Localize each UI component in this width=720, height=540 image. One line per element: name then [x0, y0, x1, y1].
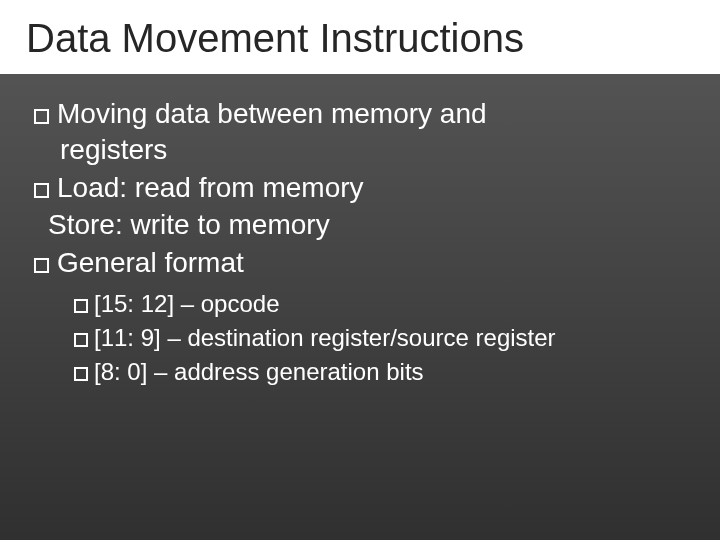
square-bullet-icon [34, 183, 49, 198]
slide-body: Moving data between memory and registers… [0, 74, 720, 389]
sub-bullet-text: [11: 9] – destination register/source re… [94, 324, 556, 351]
bullet-item: General format [34, 245, 686, 281]
square-bullet-icon [74, 367, 88, 381]
sub-bullet-text: [15: 12] – opcode [94, 290, 279, 317]
square-bullet-icon [74, 299, 88, 313]
sub-bullet-item: [8: 0] – address generation bits [74, 355, 686, 389]
slide-title: Data Movement Instructions [26, 16, 694, 60]
slide: Data Movement Instructions Moving data b… [0, 0, 720, 540]
bullet-text: General format [57, 247, 244, 278]
bullet-text: Load: read from memory [57, 172, 364, 203]
bullet-item: Store: write to memory [48, 207, 686, 243]
square-bullet-icon [74, 333, 88, 347]
square-bullet-icon [34, 258, 49, 273]
bullet-text-cont: registers [60, 132, 686, 168]
sub-bullet-text: [8: 0] – address generation bits [94, 358, 424, 385]
title-bar: Data Movement Instructions [0, 0, 720, 74]
sub-bullet-item: [11: 9] – destination register/source re… [74, 321, 686, 355]
sub-bullet-item: [15: 12] – opcode [74, 287, 686, 321]
bullet-item: Load: read from memory [34, 170, 686, 206]
bullet-text: Store: write to memory [48, 209, 330, 240]
sub-list: [15: 12] – opcode [11: 9] – destination … [74, 287, 686, 389]
square-bullet-icon [34, 109, 49, 124]
bullet-text: Moving data between memory and [57, 98, 487, 129]
bullet-item: Moving data between memory and registers [34, 96, 686, 168]
